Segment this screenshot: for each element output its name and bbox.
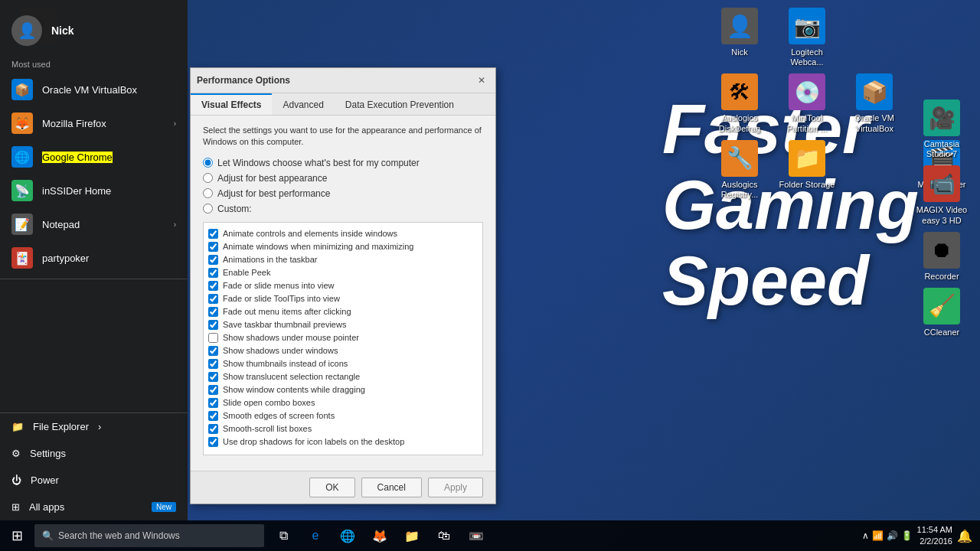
checkbox-animate-windows[interactable]: Animate windows when minimizing and maxi… — [208, 240, 478, 253]
checkbox-thumbnails[interactable]: Show thumbnails instead of icons — [208, 357, 478, 370]
dialog-overlay: Performance Options ✕ Visual Effects Adv… — [0, 0, 980, 551]
checkbox-fade-slide-menus[interactable]: Fade or slide menus into view — [208, 279, 478, 292]
dialog-content: Select the settings you want to use for … — [191, 116, 495, 471]
tab-visual-effects[interactable]: Visual Effects — [191, 93, 272, 115]
dialog-footer: OK Cancel Apply — [191, 471, 495, 504]
apply-button[interactable]: Apply — [428, 478, 483, 497]
dialog-title: Performance Options — [197, 75, 290, 86]
checkbox-list[interactable]: Animate controls and elements inside win… — [203, 222, 483, 455]
radio-best-performance-input[interactable] — [203, 188, 213, 198]
radio-windows-choose[interactable]: Let Windows choose what's best for my co… — [203, 158, 483, 168]
tab-advanced[interactable]: Advanced — [272, 93, 334, 115]
checkbox-enable-peek[interactable]: Enable Peek — [208, 266, 478, 279]
checkbox-shadows-windows[interactable]: Show shadows under windows — [208, 344, 478, 357]
radio-best-appearance[interactable]: Adjust for best appearance — [203, 173, 483, 184]
radio-custom[interactable]: Custom: — [203, 204, 483, 214]
radio-best-appearance-input[interactable] — [203, 173, 213, 183]
tab-data-execution[interactable]: Data Execution Prevention — [335, 93, 465, 115]
radio-best-performance[interactable]: Adjust for best performance — [203, 188, 483, 199]
dialog-description: Select the settings you want to use for … — [203, 125, 483, 148]
radio-group: Let Windows choose what's best for my co… — [203, 158, 483, 214]
performance-options-dialog: Performance Options ✕ Visual Effects Adv… — [190, 67, 496, 504]
checkbox-smooth-fonts[interactable]: Smooth edges of screen fonts — [208, 409, 478, 422]
checkbox-save-thumbnail[interactable]: Save taskbar thumbnail previews — [208, 318, 478, 331]
dialog-tabs: Visual Effects Advanced Data Execution P… — [191, 93, 495, 116]
dialog-titlebar: Performance Options ✕ — [191, 68, 495, 93]
checkbox-window-contents[interactable]: Show window contents while dragging — [208, 383, 478, 396]
checkbox-shadows-mouse[interactable]: Show shadows under mouse pointer — [208, 331, 478, 344]
checkbox-animations-taskbar[interactable]: Animations in the taskbar — [208, 253, 478, 266]
checkbox-drop-shadows[interactable]: Use drop shadows for icon labels on the … — [208, 435, 478, 448]
dialog-close-button[interactable]: ✕ — [474, 73, 489, 88]
radio-windows-choose-input[interactable] — [203, 158, 213, 168]
radio-custom-input[interactable] — [203, 204, 213, 214]
checkbox-fade-menu-items[interactable]: Fade out menu items after clicking — [208, 305, 478, 318]
checkbox-slide-combo[interactable]: Slide open combo boxes — [208, 396, 478, 409]
checkbox-smooth-scroll[interactable]: Smooth-scroll list boxes — [208, 422, 478, 435]
checkbox-translucent[interactable]: Show translucent selection rectangle — [208, 370, 478, 383]
ok-button[interactable]: OK — [309, 478, 354, 497]
checkbox-animate-controls[interactable]: Animate controls and elements inside win… — [208, 227, 478, 240]
checkbox-fade-slide-tooltips[interactable]: Fade or slide ToolTips into view — [208, 292, 478, 305]
cancel-button[interactable]: Cancel — [361, 478, 422, 497]
